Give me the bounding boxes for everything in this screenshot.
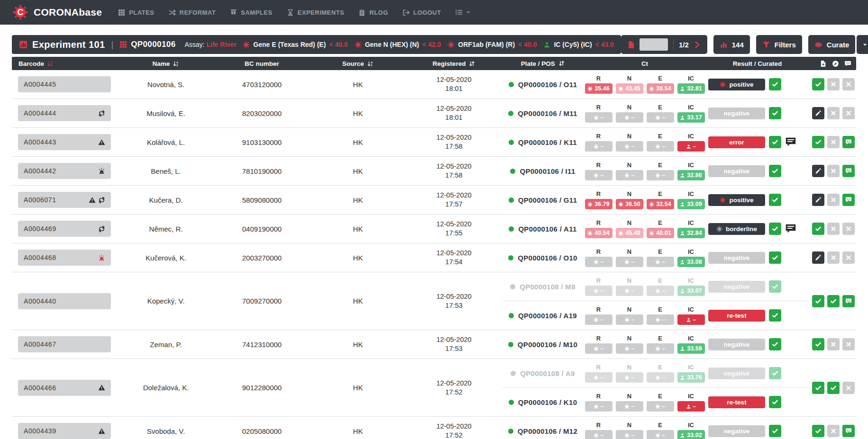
- barcode-pill[interactable]: A0004466: [18, 380, 111, 396]
- action-pencil-button[interactable]: [812, 107, 824, 119]
- chevron-right-icon[interactable]: [693, 41, 701, 49]
- action-x-button[interactable]: [842, 251, 855, 264]
- plate-pos-link[interactable]: QP0000106 / A19: [503, 312, 583, 320]
- action-check-button[interactable]: [827, 382, 840, 394]
- nav-item-plates[interactable]: PLATES: [118, 9, 154, 16]
- barcode-pill[interactable]: A0004440: [18, 293, 111, 309]
- nav-item-logout[interactable]: LOGOUT: [402, 9, 441, 16]
- action-x-button[interactable]: [827, 194, 840, 206]
- plate-pos-link[interactable]: QP0000106 / O10: [503, 254, 583, 262]
- ct-values: R–N–E–IC33.17: [583, 104, 706, 123]
- curated-check-button[interactable]: [769, 194, 781, 206]
- registered-date: 12-05-2020: [436, 191, 471, 200]
- nav-item-experiments[interactable]: EXPERIMENTS: [287, 9, 345, 16]
- nav-more-menu[interactable]: [455, 9, 471, 16]
- action-smile-button[interactable]: [842, 425, 855, 437]
- action-x-button[interactable]: [842, 382, 855, 394]
- curated-check-button[interactable]: [769, 396, 781, 408]
- ct-pill: –: [647, 430, 674, 439]
- plate-pos-link[interactable]: QP0000106 / I11: [503, 167, 583, 175]
- action-x-button[interactable]: [827, 338, 840, 350]
- curate-dropdown-button[interactable]: [857, 35, 868, 54]
- column-header-barcode[interactable]: BarcodeAZ: [12, 60, 119, 67]
- action-x-button[interactable]: [827, 165, 840, 177]
- curated-check-button[interactable]: [769, 78, 781, 90]
- column-header-registered[interactable]: Registered: [405, 60, 503, 67]
- barcode-pill[interactable]: A0004445: [18, 76, 111, 92]
- action-smile-button[interactable]: [842, 295, 855, 307]
- plate-pos-link[interactable]: QP0000108 / M8: [503, 283, 583, 291]
- column-header-plate-pos[interactable]: Plate / POS: [503, 60, 583, 67]
- page-input[interactable]: [640, 38, 668, 51]
- curated-check-button[interactable]: [769, 338, 781, 350]
- barcode-pill[interactable]: A0004443: [18, 134, 111, 150]
- curate-button[interactable]: Curate: [808, 35, 856, 54]
- barcode-pill[interactable]: A0006071: [18, 192, 111, 208]
- table-row: A0004440Kopecký, V.7009270000HK12-05-202…: [12, 272, 856, 330]
- plate-pos-link[interactable]: QP0000106 / M10: [503, 340, 583, 349]
- column-header-name[interactable]: NameAZ: [119, 60, 213, 67]
- curated-check-button[interactable]: [769, 251, 781, 264]
- barcode-pill[interactable]: A0004468: [18, 250, 111, 266]
- action-check-button[interactable]: [812, 136, 824, 148]
- barcode-pill[interactable]: A0004444: [18, 105, 111, 121]
- action-x-button[interactable]: [827, 425, 840, 437]
- action-x-button[interactable]: [842, 223, 855, 235]
- action-check-button[interactable]: [812, 382, 824, 394]
- barcode-pill[interactable]: A0004439: [18, 423, 111, 439]
- nav-item-reformat[interactable]: REFORMAT: [169, 9, 216, 16]
- action-x-button[interactable]: [827, 251, 840, 264]
- comment-icon[interactable]: [785, 223, 796, 234]
- curated-check-button[interactable]: [769, 309, 781, 322]
- plate-pos-link[interactable]: QP0000108 / A9: [503, 369, 583, 377]
- action-x-button[interactable]: [827, 223, 840, 235]
- action-x-button[interactable]: [827, 107, 840, 119]
- barcode-pill[interactable]: A0004467: [18, 336, 111, 352]
- pagination-control[interactable]: 1/2: [621, 35, 707, 54]
- plate-pos-link[interactable]: QP0000106 / O11: [503, 81, 583, 89]
- sample-count-button[interactable]: 144: [713, 35, 750, 54]
- plate-pos-link[interactable]: QP0000106 / K10: [503, 398, 583, 406]
- comment-icon[interactable]: [785, 136, 796, 148]
- action-smile-button[interactable]: [842, 165, 855, 177]
- curated-check-button[interactable]: [769, 367, 781, 379]
- column-header-source[interactable]: SourceAZ: [311, 60, 405, 67]
- curated-check-button[interactable]: [769, 425, 781, 437]
- action-x-button[interactable]: [842, 78, 855, 90]
- action-smile-button[interactable]: [842, 194, 855, 206]
- action-check-button[interactable]: [827, 295, 840, 307]
- action-check-button[interactable]: [812, 78, 824, 90]
- ct-pill: –: [585, 112, 612, 123]
- action-check-button[interactable]: [812, 223, 824, 235]
- curated-check-button[interactable]: [769, 280, 781, 293]
- barcode-pill[interactable]: A0004442: [18, 163, 111, 179]
- plate-pos-link[interactable]: QP0000106 / M11: [503, 109, 583, 117]
- ct-value: –: [631, 259, 635, 265]
- curated-check-button[interactable]: [769, 165, 781, 177]
- ct-channel-IC: IC32.86: [677, 161, 705, 180]
- curated-check-button[interactable]: [769, 136, 781, 148]
- plate-pos-link[interactable]: QP0000106 / M12: [503, 427, 583, 435]
- nav-item-rlog[interactable]: RLOG: [358, 9, 388, 16]
- plate-pos-link[interactable]: QP0000106 / A11: [503, 225, 583, 233]
- ct-value: –: [631, 403, 635, 410]
- action-pencil-button[interactable]: [812, 251, 824, 264]
- action-pencil-button[interactable]: [812, 165, 824, 177]
- curated-check-button[interactable]: [769, 223, 781, 235]
- experiment-plate-link[interactable]: QP0000106: [119, 40, 175, 49]
- action-x-button[interactable]: [827, 78, 840, 90]
- barcode-pill[interactable]: A0004469: [18, 221, 111, 237]
- action-smile-button[interactable]: [842, 136, 855, 148]
- action-check-button[interactable]: [812, 425, 824, 437]
- action-x-button[interactable]: [827, 136, 840, 148]
- action-check-button[interactable]: [812, 295, 824, 307]
- filters-button[interactable]: Filters: [756, 35, 802, 54]
- nav-item-samples[interactable]: SAMPLES: [230, 9, 272, 16]
- action-pencil-button[interactable]: [812, 194, 824, 206]
- action-x-button[interactable]: [842, 107, 855, 119]
- action-check-button[interactable]: [812, 338, 824, 350]
- plate-pos-link[interactable]: QP0000106 / G11: [503, 196, 583, 204]
- plate-pos-link[interactable]: QP0000106 / K11: [503, 138, 583, 146]
- curated-check-button[interactable]: [769, 107, 781, 119]
- action-x-button[interactable]: [842, 338, 855, 350]
